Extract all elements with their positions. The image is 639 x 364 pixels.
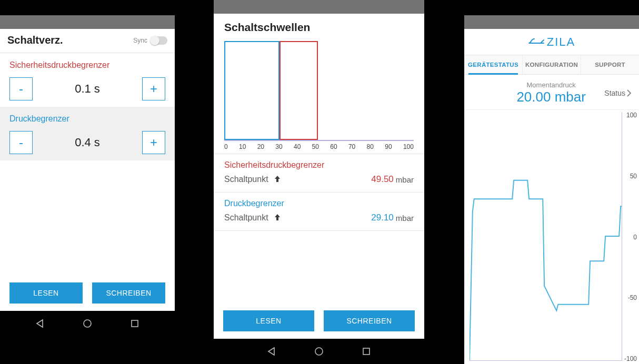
decrement-button[interactable]: -: [9, 77, 33, 100]
nav-home-icon[interactable]: [82, 318, 93, 329]
svg-point-1: [84, 320, 91, 327]
sync-toggle[interactable]: [151, 36, 167, 45]
screen-geraetestatus: ZILA GERÄTESTATUS KONFIGURATION SUPPORT …: [464, 15, 639, 364]
stepper-value: 0.4 s: [75, 136, 100, 149]
x-tick: 60: [330, 143, 337, 150]
x-tick: 100: [403, 143, 414, 150]
nav-home-icon[interactable]: [314, 346, 324, 357]
android-status-bar: [464, 15, 639, 29]
tab-geraetestatus[interactable]: GERÄTESTATUS: [464, 55, 523, 74]
increment-button[interactable]: +: [142, 131, 165, 154]
row-title: Druckbegrenzer: [224, 199, 414, 208]
chart-bar-druckbegrenzer: [224, 41, 279, 140]
tab-support[interactable]: SUPPORT: [581, 55, 639, 74]
stepper: - 0.4 s +: [9, 131, 165, 154]
block-druckbegrenzer: Druckbegrenzer - 0.4 s +: [0, 107, 175, 160]
row-unit: mbar: [396, 214, 414, 223]
y-tick: 0: [633, 234, 637, 241]
increment-button[interactable]: +: [142, 77, 165, 100]
logo-icon: [528, 36, 546, 48]
android-status-bar: [0, 15, 175, 29]
status-link[interactable]: Status: [604, 89, 632, 97]
read-button[interactable]: LESEN: [223, 310, 314, 331]
android-nav-bar: [214, 339, 424, 364]
write-button[interactable]: SCHREIBEN: [324, 310, 415, 331]
chart-plot-area: [470, 112, 622, 361]
chart-x-axis: 0 10 20 30 40 50 60 70 80 90 100: [224, 141, 414, 150]
chart-line: [470, 112, 622, 360]
current-reading: Momentandruck 20.00 mbar Status: [464, 75, 639, 110]
decrement-button[interactable]: -: [9, 131, 33, 154]
x-tick: 40: [294, 143, 301, 150]
status-label: Status: [604, 89, 625, 97]
x-tick: 80: [367, 143, 374, 150]
divider: [214, 230, 424, 303]
reading-label: Momentandruck: [498, 81, 604, 89]
y-tick: 100: [626, 112, 637, 119]
nav-recent-icon[interactable]: [361, 346, 372, 357]
android-status-bar: [214, 0, 424, 14]
x-tick: 50: [312, 143, 319, 150]
row-label: Schaltpunkt: [224, 213, 268, 223]
row-title: Sicherheitsdruckbegrenzer: [224, 160, 414, 170]
row-value: 49.50: [371, 174, 394, 185]
row-value: 29.10: [371, 213, 394, 223]
spacer: [0, 160, 175, 275]
nav-back-icon[interactable]: [266, 346, 277, 357]
pressure-chart: 100 50 0 -50 -100: [464, 110, 639, 364]
x-tick: 10: [239, 143, 246, 150]
y-tick: -100: [624, 355, 637, 362]
block-title: Sicherheitsdruckbegrenzer: [9, 60, 165, 70]
brand-header: ZILA: [464, 29, 639, 55]
screen-schaltschwellen: Schaltschwellen 0 10 20 30 40 50 60 70 8…: [214, 0, 424, 364]
svg-marker-0: [37, 320, 43, 327]
chart-plot-area: [224, 41, 414, 141]
write-button[interactable]: SCHREIBEN: [92, 282, 165, 304]
brand-text: ZILA: [547, 35, 575, 49]
sync-toggle-group: Sync: [133, 36, 167, 45]
header: Schaltverz. Sync: [0, 29, 175, 53]
threshold-chart: 0 10 20 30 40 50 60 70 80 90 100: [214, 39, 424, 154]
block-title: Druckbegrenzer: [9, 114, 165, 124]
x-tick: 20: [257, 143, 264, 150]
x-tick: 0: [224, 143, 228, 150]
svg-marker-3: [268, 348, 274, 355]
page-title: Schaltschwellen: [224, 21, 414, 34]
y-tick: 50: [630, 173, 637, 180]
screen-schaltverz: Schaltverz. Sync Sicherheitsdruckbegrenz…: [0, 15, 175, 336]
chart-y-axis: [622, 112, 623, 360]
svg-rect-2: [132, 320, 138, 327]
reading-value: 20.00 mbar: [498, 89, 604, 105]
zila-logo: ZILA: [528, 35, 575, 49]
sync-label: Sync: [133, 37, 147, 44]
action-buttons: LESEN SCHREIBEN: [214, 303, 424, 339]
row-unit: mbar: [396, 175, 414, 184]
svg-rect-5: [363, 348, 370, 355]
row-sicherheitsdruckbegrenzer[interactable]: Sicherheitsdruckbegrenzer Schaltpunkt 49…: [214, 154, 424, 192]
x-tick: 70: [348, 143, 355, 150]
android-nav-bar: [0, 311, 175, 336]
chart-bar-sicherheit: [279, 41, 318, 140]
tab-bar: GERÄTESTATUS KONFIGURATION SUPPORT: [464, 55, 639, 75]
row-label: Schaltpunkt: [224, 175, 268, 184]
arrow-up-icon: [274, 214, 281, 223]
chevron-right-icon: [626, 89, 632, 97]
y-tick: -50: [628, 294, 637, 301]
page-title: Schaltverz.: [7, 34, 63, 46]
nav-recent-icon[interactable]: [129, 318, 140, 329]
x-tick: 90: [385, 143, 392, 150]
stepper-value: 0.1 s: [75, 82, 100, 96]
tab-konfiguration[interactable]: KONFIGURATION: [523, 55, 581, 74]
svg-point-4: [315, 348, 323, 355]
nav-back-icon[interactable]: [35, 318, 45, 329]
header: Schaltschwellen: [214, 14, 424, 39]
action-buttons: LESEN SCHREIBEN: [0, 275, 175, 311]
x-tick: 30: [275, 143, 282, 150]
block-sicherheitsdruckbegrenzer: Sicherheitsdruckbegrenzer - 0.1 s +: [0, 53, 175, 107]
arrow-up-icon: [274, 175, 281, 184]
read-button[interactable]: LESEN: [9, 282, 83, 304]
row-druckbegrenzer[interactable]: Druckbegrenzer Schaltpunkt 29.10 mbar: [214, 192, 424, 230]
stepper: - 0.1 s +: [9, 77, 165, 100]
